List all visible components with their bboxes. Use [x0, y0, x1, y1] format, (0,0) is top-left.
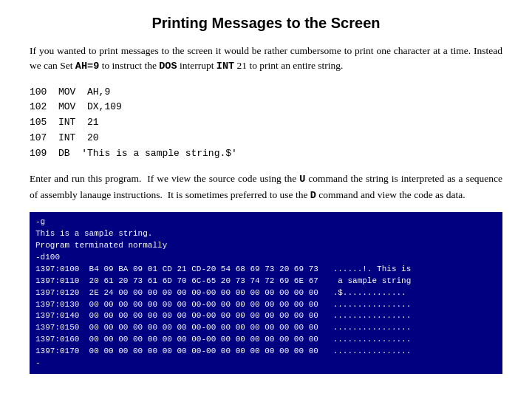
- terminal-line-1: -g: [35, 216, 497, 228]
- terminal-line-6: 1397:0110 20 61 20 73 61 6D 70 6C-65 20 …: [35, 276, 497, 287]
- intro-paragraph: If you wanted to print messages to the s…: [30, 44, 502, 75]
- terminal-line-4: -d100: [35, 252, 497, 264]
- ah-highlight: AH=9: [75, 61, 99, 72]
- terminal-line-11: 1397:0160 00 00 00 00 00 00 00 00-00 00 …: [35, 334, 497, 346]
- terminal-line-5: 1397:0100 B4 09 BA 09 01 CD 21 CD-20 54 …: [35, 264, 497, 276]
- u-command: U: [299, 174, 305, 185]
- terminal-line-13: -: [35, 358, 497, 369]
- terminal-line-8: 1397:0130 00 00 00 00 00 00 00 00-00 00 …: [35, 299, 497, 311]
- terminal-line-3: Program terminated normally: [35, 240, 497, 252]
- page-title: Printing Messages to the Screen: [30, 15, 502, 32]
- page-container: Printing Messages to the Screen If you w…: [0, 0, 532, 399]
- dos-highlight: DOS: [159, 61, 177, 72]
- d-command: D: [310, 190, 316, 201]
- terminal-line-12: 1397:0170 00 00 00 00 00 00 00 00-00 00 …: [35, 346, 497, 358]
- terminal-line-10: 1397:0150 00 00 00 00 00 00 00 00-00 00 …: [35, 322, 497, 334]
- body-paragraph: Enter and run this program. If we view t…: [30, 171, 502, 203]
- terminal-output: -g This is a sample string. Program term…: [30, 212, 502, 374]
- code-listing: 100 MOV AH,9 102 MOV DX,109 105 INT 21 1…: [30, 85, 502, 162]
- int-highlight: INT: [216, 61, 234, 72]
- terminal-line-7: 1397:0120 2E 24 00 00 00 00 00 00-00 00 …: [35, 287, 497, 299]
- terminal-line-2: This is a sample string.: [35, 228, 497, 240]
- terminal-line-9: 1397:0140 00 00 00 00 00 00 00 00-00 00 …: [35, 310, 497, 322]
